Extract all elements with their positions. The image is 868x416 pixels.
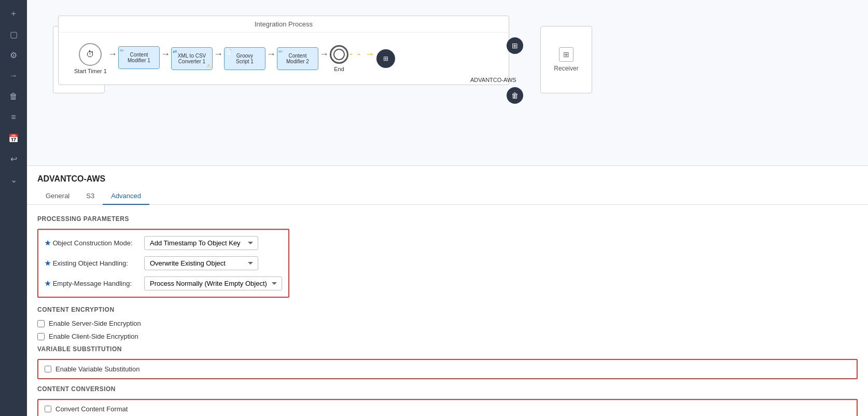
arrow-2: →: [161, 49, 170, 69]
tabs-bar: General S3 Advanced: [27, 188, 868, 205]
convert-content-format-label: Convert Content Format: [55, 405, 128, 413]
object-construction-row: ★ Object Construction Mode: Add Timestam…: [45, 236, 282, 250]
arrow-1: →: [108, 49, 117, 69]
settings-icon[interactable]: ⚙: [4, 46, 23, 64]
groovy-script-label: GroovyScript 1: [236, 53, 254, 64]
start-timer-circle: ⏱: [79, 43, 102, 66]
required-star-3: ★: [45, 280, 51, 287]
xml-to-csv-rect: ⇄ XML to CSVConverter 1 ⚠: [171, 47, 213, 70]
end-node[interactable]: End: [330, 45, 348, 72]
object-construction-select[interactable]: Add Timestamp To Object Key Use Original…: [144, 236, 258, 250]
xml-to-csv-icon: ⇄: [173, 49, 177, 54]
advantco-icon: ⊞: [376, 49, 395, 68]
existing-object-text: Existing Object Handling:: [53, 259, 128, 267]
processing-parameters-title: PROCESSING PARAMETERS: [37, 215, 858, 223]
groovy-icon: 📄: [226, 49, 232, 54]
dashed-arrow: - - →: [349, 49, 375, 69]
content-encryption-title: CONTENT ENCRYPTION: [37, 306, 858, 313]
variable-substitution-title: VARIABLE SUBSTITUTION: [37, 345, 858, 353]
server-side-encryption-checkbox[interactable]: [37, 320, 45, 327]
advantco-node[interactable]: ⊞: [376, 49, 395, 68]
content-modifier-2-rect: ✏ ContentModifier 2: [277, 47, 318, 70]
empty-message-label: ★ Empty-Message Handling:: [45, 280, 138, 287]
tab-general[interactable]: General: [37, 188, 78, 205]
client-side-encryption-label: Enable Client-Side Encryption: [49, 332, 138, 340]
main-content: ⊞ Sender Integration Process ⏱ Start Tim…: [27, 0, 868, 416]
server-side-encryption-label: Enable Server-Side Encryption: [49, 320, 141, 327]
panel-title: ADVANTCO-AWS: [27, 166, 868, 188]
receiver-label: Receiver: [554, 65, 578, 72]
end-label: End: [334, 66, 344, 72]
content-conversion-section: Convert Content Format: [37, 399, 858, 416]
advantco-aws-label: ADVANTCO-AWS: [470, 77, 516, 83]
server-side-encryption-row: Enable Server-Side Encryption: [37, 320, 858, 327]
content-modifier-2-label: ContentModifier 2: [286, 53, 309, 64]
integration-process-title: Integration Process: [59, 16, 509, 33]
menu-icon[interactable]: ≡: [4, 108, 23, 127]
canvas-area: ⊞ Sender Integration Process ⏱ Start Tim…: [27, 0, 868, 166]
layout-icon[interactable]: ▢: [4, 25, 23, 44]
variable-substitution-checkbox[interactable]: [45, 366, 51, 372]
arrow-5: →: [319, 49, 329, 69]
start-timer-node[interactable]: ⏱ Start Timer 1: [74, 43, 107, 74]
content-modifier-2-icon: ✏: [278, 49, 283, 54]
undo-icon[interactable]: ↩: [4, 149, 23, 168]
start-timer-label: Start Timer 1: [74, 68, 107, 74]
calendar-icon[interactable]: 📅: [4, 129, 23, 147]
end-circle: [330, 45, 348, 64]
add-icon[interactable]: ＋: [4, 4, 23, 23]
content-conversion-title: CONTENT CONVERSION: [37, 385, 858, 393]
xml-to-csv-label: XML to CSVConverter 1: [178, 53, 206, 64]
content-modifier-1-icon: ✏: [120, 48, 124, 53]
variable-substitution-section: Enable Variable Substitution: [37, 359, 858, 379]
groovy-script-rect: 📄 GroovyScript 1: [224, 47, 265, 70]
xml-to-csv-node[interactable]: ⇄ XML to CSVConverter 1 ⚠: [171, 47, 213, 70]
convert-content-format-checkbox[interactable]: [45, 406, 51, 412]
content-modifier-1-rect: ✏ ContentModifier 1: [118, 46, 160, 69]
arrow-right-icon[interactable]: →: [4, 66, 23, 85]
action-icon-delete[interactable]: 🗑: [507, 87, 523, 104]
empty-message-row: ★ Empty-Message Handling: Process Normal…: [45, 276, 282, 290]
client-side-encryption-row: Enable Client-Side Encryption: [37, 332, 858, 340]
empty-message-text: Empty-Message Handling:: [53, 280, 132, 287]
object-construction-text: Object Construction Mode:: [53, 239, 133, 247]
existing-object-select[interactable]: Overwrite Existing Object Skip Fail: [144, 256, 258, 270]
object-construction-label: ★ Object Construction Mode:: [45, 239, 138, 247]
arrow-4: →: [267, 49, 276, 69]
end-inner: [333, 49, 345, 60]
existing-object-label: ★ Existing Object Handling:: [45, 259, 138, 267]
integration-process-container: Integration Process ⏱ Start Timer 1 → ✏ …: [58, 16, 509, 85]
required-star-1: ★: [45, 239, 51, 247]
warn-icon: ⚠: [206, 63, 211, 68]
tab-s3[interactable]: S3: [78, 188, 103, 205]
content-modifier-2-node[interactable]: ✏ ContentModifier 2: [277, 47, 318, 70]
groovy-script-node[interactable]: 📄 GroovyScript 1: [224, 47, 265, 70]
required-star-2: ★: [45, 259, 51, 267]
existing-object-row: ★ Existing Object Handling: Overwrite Ex…: [45, 256, 282, 270]
arrow-3: →: [214, 49, 223, 69]
panel-body: PROCESSING PARAMETERS ★ Object Construct…: [27, 205, 868, 416]
empty-message-select[interactable]: Process Normally (Write Empty Object) Sk…: [144, 276, 282, 290]
sidebar: ＋ ▢ ⚙ → 🗑 ≡ 📅 ↩ ⌄: [0, 0, 27, 416]
action-icon-copy[interactable]: ⊞: [507, 37, 523, 54]
receiver-icon: ⊞: [559, 47, 573, 62]
content-modifier-1-node[interactable]: ✏ ContentModifier 1: [118, 46, 160, 71]
tab-advanced[interactable]: Advanced: [103, 188, 149, 205]
processing-parameters-section: ★ Object Construction Mode: Add Timestam…: [37, 229, 289, 298]
delete-icon[interactable]: 🗑: [4, 87, 23, 106]
properties-panel: ADVANTCO-AWS General S3 Advanced PROCESS…: [27, 166, 868, 416]
receiver-box: ⊞ Receiver: [540, 26, 592, 93]
content-modifier-1-label: ContentModifier 1: [128, 52, 150, 63]
client-side-encryption-checkbox[interactable]: [37, 333, 45, 340]
variable-substitution-label: Enable Variable Substitution: [55, 365, 139, 373]
chevron-down-icon[interactable]: ⌄: [4, 170, 23, 189]
flow-container: ⏱ Start Timer 1 → ✏ ContentModifier 1 →: [59, 33, 509, 85]
